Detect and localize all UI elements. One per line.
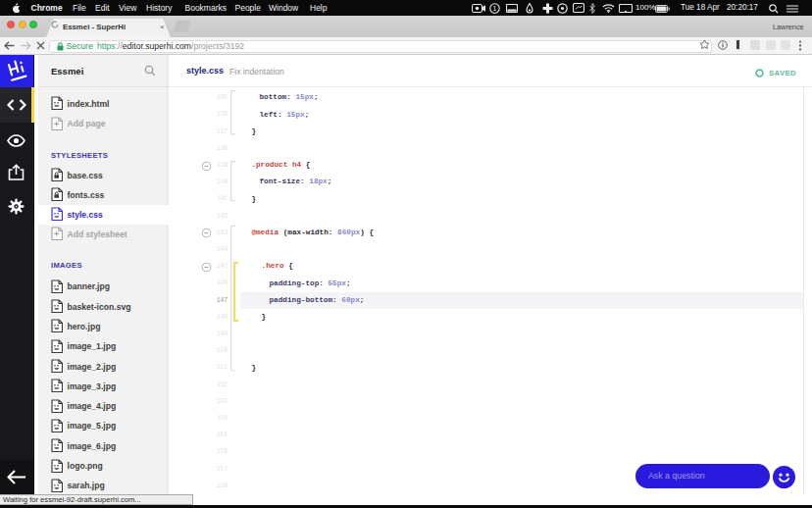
svg-text:1: 1	[493, 5, 497, 12]
